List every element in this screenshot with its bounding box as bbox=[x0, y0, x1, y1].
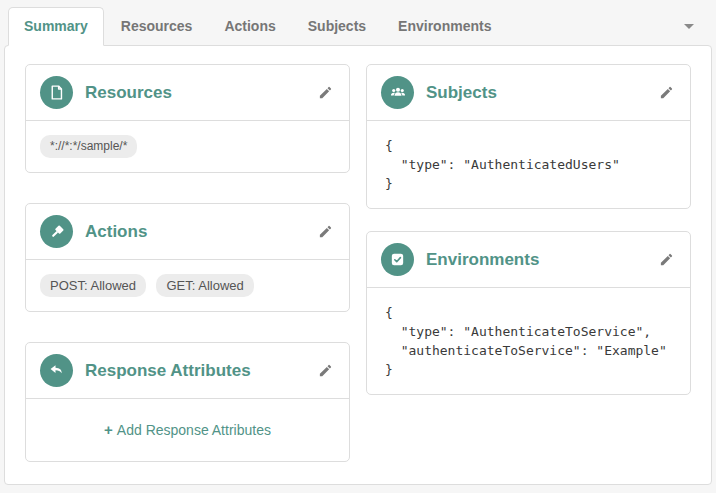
users-icon bbox=[381, 76, 414, 109]
edit-response-attributes-button[interactable] bbox=[316, 361, 335, 380]
resources-card: Resources *://*:*/sample/* bbox=[25, 64, 350, 173]
resources-card-header: Resources bbox=[26, 65, 349, 121]
right-column: Subjects { "type": "AuthenticatedUsers" … bbox=[366, 64, 691, 484]
action-badge-get: GET: Allowed bbox=[156, 274, 253, 297]
response-attributes-card: Response Attributes +Add Response Attrib… bbox=[25, 342, 350, 462]
tab-resources[interactable]: Resources bbox=[106, 8, 208, 45]
pencil-icon bbox=[318, 85, 333, 100]
actions-card-header: Actions bbox=[26, 204, 349, 260]
tab-actions[interactable]: Actions bbox=[209, 8, 290, 45]
pencil-icon bbox=[659, 85, 674, 100]
tab-summary[interactable]: Summary bbox=[8, 7, 104, 46]
response-attributes-card-header: Response Attributes bbox=[26, 343, 349, 399]
tab-subjects[interactable]: Subjects bbox=[293, 8, 381, 45]
pencil-icon bbox=[318, 224, 333, 239]
edit-actions-button[interactable] bbox=[316, 222, 335, 241]
policy-summary-page: Summary Resources Actions Subjects Envir… bbox=[0, 0, 716, 485]
subjects-card: Subjects { "type": "AuthenticatedUsers" … bbox=[366, 64, 691, 209]
environments-json: { "type": "AuthenticateToService", "auth… bbox=[385, 303, 672, 379]
check-square-icon bbox=[381, 243, 414, 276]
resources-card-title: Resources bbox=[85, 83, 316, 103]
tab-environments[interactable]: Environments bbox=[383, 8, 506, 45]
environments-card: Environments { "type": "AuthenticateToSe… bbox=[366, 231, 691, 395]
pencil-icon bbox=[659, 252, 674, 267]
subjects-card-body: { "type": "AuthenticatedUsers" } bbox=[367, 121, 690, 208]
actions-card: Actions POST: Allowed GET: Allowed bbox=[25, 203, 350, 312]
pencil-icon bbox=[318, 363, 333, 378]
gavel-icon bbox=[40, 215, 73, 248]
environments-card-body: { "type": "AuthenticateToService", "auth… bbox=[367, 288, 690, 394]
subjects-json: { "type": "AuthenticatedUsers" } bbox=[385, 136, 672, 193]
plus-icon: + bbox=[104, 421, 113, 438]
resource-pattern-badge: *://*:*/sample/* bbox=[40, 135, 137, 158]
resources-card-body: *://*:*/sample/* bbox=[26, 121, 349, 172]
edit-subjects-button[interactable] bbox=[657, 83, 676, 102]
add-response-attributes-button[interactable]: +Add Response Attributes bbox=[104, 422, 271, 438]
subjects-card-header: Subjects bbox=[367, 65, 690, 121]
add-response-attributes-label: Add Response Attributes bbox=[117, 422, 271, 438]
actions-card-body: POST: Allowed GET: Allowed bbox=[26, 260, 349, 311]
edit-resources-button[interactable] bbox=[316, 83, 335, 102]
summary-panel: Resources *://*:*/sample/* bbox=[4, 45, 712, 485]
action-badge-post: POST: Allowed bbox=[40, 274, 146, 297]
reply-arrow-icon bbox=[40, 354, 73, 387]
environments-card-title: Environments bbox=[426, 250, 657, 270]
tab-bar: Summary Resources Actions Subjects Envir… bbox=[0, 0, 716, 45]
actions-card-title: Actions bbox=[85, 222, 316, 242]
subjects-card-title: Subjects bbox=[426, 83, 657, 103]
edit-environments-button[interactable] bbox=[657, 250, 676, 269]
response-attributes-card-title: Response Attributes bbox=[85, 361, 316, 381]
file-icon bbox=[40, 76, 73, 109]
left-column: Resources *://*:*/sample/* bbox=[25, 64, 350, 484]
response-attributes-card-body: +Add Response Attributes bbox=[26, 399, 349, 461]
chevron-down-icon bbox=[684, 24, 694, 29]
tab-overflow-button[interactable] bbox=[684, 15, 702, 37]
environments-card-header: Environments bbox=[367, 232, 690, 288]
